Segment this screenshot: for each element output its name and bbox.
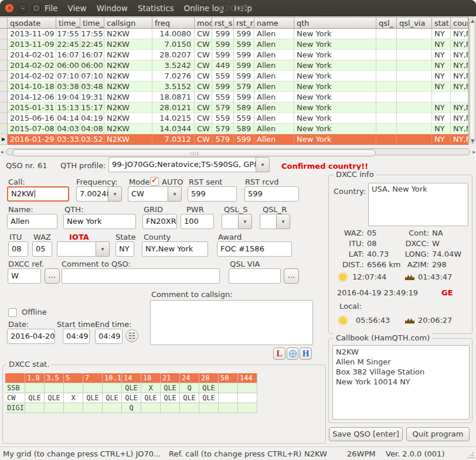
- menu-view[interactable]: View: [68, 4, 87, 13]
- table-row[interactable]: 2014-02-0116:0716:07N2KW28.0207CW599599A…: [0, 50, 468, 60]
- dxcc-info-text: WAZ:: [332, 229, 364, 237]
- county-field[interactable]: NY,New York: [142, 241, 208, 257]
- hamqth-button[interactable]: H: [300, 347, 312, 360]
- call-field[interactable]: N2KW: [7, 186, 69, 202]
- lotw-button[interactable]: L: [273, 347, 285, 360]
- chevron-down-icon[interactable]: ▾: [108, 186, 122, 202]
- qsl-s-select[interactable]: ▾: [222, 214, 252, 229]
- column-header-name[interactable]: name: [254, 17, 294, 29]
- column-header-qsl_via[interactable]: qsl_via: [397, 17, 432, 29]
- column-header-qth[interactable]: qth: [294, 17, 376, 29]
- start-time-label: Start time:: [57, 320, 98, 329]
- mode-select[interactable]: CW ▾: [128, 186, 182, 202]
- column-header-time_[interactable]: time_: [80, 17, 104, 29]
- rst-sent-field[interactable]: 599: [188, 186, 237, 202]
- chevron-down-icon[interactable]: ▾: [168, 186, 182, 202]
- web-lookup-button[interactable]: [287, 347, 298, 360]
- table-cell: Allen: [254, 60, 294, 71]
- stat-cell: [238, 403, 257, 413]
- mode-label: Mode:: [129, 178, 152, 186]
- window-close-button[interactable]: ✕: [5, 4, 14, 13]
- callbook-title: Callbook (HamQTH.com): [334, 333, 432, 342]
- dxcc-ref-field[interactable]: W: [8, 268, 41, 284]
- scroll-down-icon[interactable]: ▼: [469, 138, 476, 144]
- scroll-left-icon[interactable]: ◂: [1, 149, 4, 155]
- table-cell: [397, 103, 432, 113]
- name-field[interactable]: Allen: [7, 214, 57, 229]
- column-header-mod[interactable]: mod: [195, 17, 212, 29]
- horizontal-scrollbar[interactable]: ◂ ▸: [1, 148, 475, 156]
- column-header-freq[interactable]: freq: [152, 17, 195, 29]
- qth-field[interactable]: New York: [63, 214, 136, 229]
- table-row[interactable]: 2014-02-0207:1007:10N2KW7.0276CW559599Al…: [0, 71, 468, 81]
- column-header-qsl_[interactable]: qsl_: [376, 17, 397, 29]
- offline-checkbox[interactable]: ✔: [8, 308, 17, 317]
- qsl-r-select[interactable]: ▾: [260, 214, 290, 229]
- rst-rcvd-field[interactable]: 599: [244, 186, 299, 202]
- column-header-stat[interactable]: stat: [432, 17, 451, 29]
- table-cell: 2014-12-06: [8, 92, 56, 103]
- column-header-time_[interactable]: time_: [56, 17, 80, 29]
- menu-window[interactable]: Window: [97, 4, 128, 13]
- table-row[interactable]: 2013-11-0922:4522:45N2KW7.0150CW599599Al…: [0, 39, 468, 50]
- resize-grip[interactable]: [472, 457, 474, 458]
- horizontal-scrollbar-thumb[interactable]: [12, 149, 376, 156]
- vertical-scrollbar[interactable]: ▲ ▼: [468, 17, 476, 145]
- table-cell: Allen: [254, 81, 294, 92]
- table-cell: New York: [294, 124, 376, 134]
- qsl-via-browse-button[interactable]: ...: [284, 268, 299, 284]
- quit-program-button[interactable]: Quit program: [406, 427, 470, 441]
- menu-statistics[interactable]: Statistics: [138, 4, 174, 13]
- column-header-callsign[interactable]: callsign: [104, 17, 152, 29]
- vertical-scrollbar-thumb[interactable]: [470, 18, 475, 144]
- start-time-field[interactable]: 04:49: [63, 329, 90, 344]
- grid-field[interactable]: FN20XR: [142, 214, 177, 229]
- text-cursor: [35, 190, 35, 197]
- stat-cell: QLE: [122, 383, 141, 393]
- dxcc-info-text: ITU:: [332, 239, 364, 248]
- dxcc-ref-browse-button[interactable]: ...: [45, 268, 60, 284]
- table-row[interactable]: 2015-06-1604:1404:19N2KW14.0215CW559559A…: [0, 113, 468, 124]
- frequency-select[interactable]: 7.00248 ▾: [76, 186, 122, 202]
- menu-file[interactable]: File: [45, 4, 58, 13]
- clock-icon[interactable]: ☷︎: [125, 329, 138, 342]
- table-cell: N2KW: [104, 71, 152, 81]
- qsl-via-field[interactable]: [229, 268, 281, 284]
- waz-field[interactable]: 05: [32, 241, 52, 257]
- chevron-down-icon[interactable]: ▾: [96, 241, 110, 257]
- table-row[interactable]: 2014-10-1803:3803:48N2KW3.5152CW599579Al…: [0, 81, 468, 92]
- chevron-down-icon[interactable]: ▾: [276, 214, 290, 229]
- table-cell: NY: [432, 103, 451, 113]
- scroll-right-icon[interactable]: ▸: [472, 149, 475, 155]
- end-time-field[interactable]: 04:49: [95, 329, 123, 344]
- band-header: 28: [199, 373, 219, 383]
- date-field[interactable]: 2016-04-20: [7, 329, 55, 344]
- save-qso-button[interactable]: Save QSO [enter]: [329, 427, 403, 441]
- window-maximize-button[interactable]: □: [32, 4, 41, 13]
- window-minimize-button[interactable]: –: [18, 4, 28, 13]
- qth-profile-select[interactable]: 99-JO70GG;Neratovice;TS-590SG, GP8, s ▾: [108, 157, 270, 172]
- auto-checkbox[interactable]: ✔: [150, 177, 159, 186]
- table-row[interactable]: 2015-01-3115:1315:17N2KW28.0121CW579589A…: [0, 103, 468, 113]
- itu-field[interactable]: 08: [8, 241, 28, 257]
- horizontal-scrollbar-track[interactable]: [6, 148, 470, 155]
- chevron-down-icon[interactable]: ▾: [238, 214, 252, 229]
- iota-select[interactable]: ▾: [57, 241, 110, 257]
- state-field[interactable]: NY: [115, 241, 134, 257]
- column-header-rst_r[interactable]: rst_r: [234, 17, 254, 29]
- table-row[interactable]: 2014-02-0206:0006:00N2KW3.5242CW449599Al…: [0, 60, 468, 71]
- award-field[interactable]: FOC #1586: [217, 241, 292, 257]
- column-header-coun[interactable]: coun: [451, 17, 468, 29]
- table-cell: [397, 60, 432, 71]
- pwr-field[interactable]: 100: [181, 214, 214, 229]
- comment-callsign-textarea[interactable]: [150, 300, 313, 345]
- table-row[interactable]: ▶2016-01-2903:3303:52N2KW7.0312CW579599A…: [0, 134, 468, 145]
- column-header-qsodate[interactable]: qsodate: [8, 17, 56, 29]
- table-row[interactable]: 2015-07-0804:0304:08N2KW14.0344CW579589A…: [0, 124, 468, 134]
- scroll-up-icon[interactable]: ▲: [469, 18, 476, 23]
- chevron-down-icon[interactable]: ▾: [256, 157, 270, 172]
- column-header-rst_s[interactable]: rst_s: [212, 17, 234, 29]
- table-row[interactable]: 2014-12-0619:0419:31N2KW18.0871CW559599A…: [0, 92, 468, 103]
- comment-qso-field[interactable]: [62, 268, 220, 284]
- table-row[interactable]: 2013-11-0917:5517:55N2KW14.0080CW599599A…: [0, 29, 468, 39]
